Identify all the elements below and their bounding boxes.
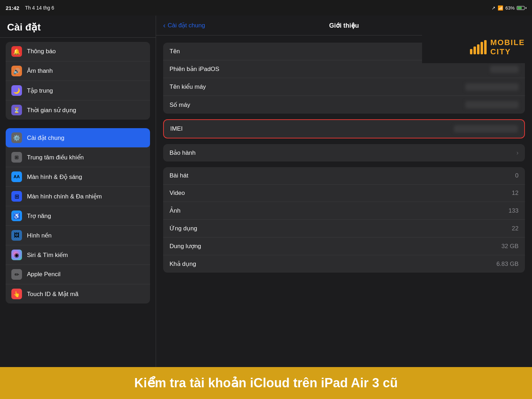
sidebar-main-section: ⚙️ Cài đặt chung ⊞ Trung tâm điều khiển … [6, 128, 150, 304]
battery-percent: 63% [505, 5, 515, 11]
status-date: Th 4 14 thg 6 [25, 5, 54, 11]
back-button[interactable]: ‹ Cài đặt chung [163, 21, 205, 29]
hinh-nen-icon: 🖼 [11, 230, 22, 241]
logo-mobile-text: MOBILE [490, 38, 525, 47]
sidebar-label-apple-pencil: Apple Pencil [27, 271, 61, 278]
logo-city-text: CITY [490, 47, 511, 56]
ten-kieu-may-value [465, 83, 519, 91]
apple-pencil-icon: ✏ [11, 269, 22, 280]
sidebar-label-thong-bao: Thông báo [27, 48, 56, 55]
touch-id-icon: 👆 [11, 289, 22, 299]
anh-value: 133 [509, 207, 519, 214]
imei-label: IMEI [170, 125, 183, 132]
sidebar-item-thoi-gian[interactable]: ⏳ Thời gian sử dụng [6, 100, 150, 120]
sidebar-item-apple-pencil[interactable]: ✏ Apple Pencil [6, 265, 150, 284]
ung-dung-label: Ứng dụng [170, 225, 197, 232]
cai-dat-chung-icon: ⚙️ [11, 132, 22, 143]
warranty-section: Bảo hành › [163, 144, 525, 162]
logo-bars-icon [470, 40, 487, 54]
arrow-icon: ↗ [492, 5, 495, 11]
sidebar-item-siri[interactable]: ◉ Siri & Tìm kiếm [6, 245, 150, 265]
battery-icon [517, 6, 526, 10]
imei-section: IMEI [163, 119, 525, 138]
man-hinh-chinh-icon: ⊞ [11, 191, 22, 202]
chevron-right-icon: › [516, 149, 519, 157]
sidebar-item-tap-trung[interactable]: 🌙 Tập trung [6, 81, 150, 100]
so-may-value [465, 101, 519, 108]
info-row-ten-kieu-may: Tên kiểu máy [163, 78, 525, 96]
tap-trung-icon: 🌙 [11, 85, 22, 96]
stat-row-ung-dung: Ứng dụng 22 [163, 220, 525, 237]
anh-label: Ảnh [170, 207, 181, 214]
sidebar-label-am-thanh: Âm thanh [27, 67, 53, 75]
thong-bao-icon: 🔔 [11, 46, 22, 57]
video-value: 12 [512, 190, 519, 197]
chevron-left-icon: ‹ [163, 21, 166, 29]
logo-container: MOBILE CITY [470, 38, 525, 56]
sidebar-item-touch-id[interactable]: 👆 Touch ID & Mật mã [6, 284, 150, 304]
sidebar-label-hinh-nen: Hình nền [27, 232, 52, 239]
sidebar-label-thoi-gian: Thời gian sử dụng [27, 106, 76, 114]
main-layout: Cài đặt 🔔 Thông báo 🔊 Âm thanh 🌙 Tập tru… [0, 16, 532, 399]
man-hinh-icon: AA [11, 171, 22, 182]
sidebar-label-cai-dat-chung: Cài đặt chung [27, 134, 64, 142]
tro-nang-icon: ♿ [11, 211, 22, 221]
bai-hat-value: 0 [515, 172, 519, 179]
ten-kieu-may-label: Tên kiểu máy [170, 83, 206, 91]
stats-section: Bài hát 0 Video 12 Ảnh 133 Ứng dụng 22 D… [163, 167, 525, 273]
phien-ban-label: Phiên bản iPadOS [170, 65, 219, 73]
stat-row-anh: Ảnh 133 [163, 202, 525, 220]
sidebar-label-man-hinh-chinh: Màn hình chính & Đa nhiệm [27, 193, 102, 200]
warranty-label: Bảo hành [170, 149, 195, 157]
stat-row-video: Video 12 [163, 185, 525, 202]
sidebar-item-tro-nang[interactable]: ♿ Trợ năng [6, 206, 150, 226]
page-title: Giới thiệu [329, 22, 359, 29]
kha-dung-label: Khả dụng [170, 260, 196, 268]
sidebar-label-siri: Siri & Tìm kiếm [27, 251, 68, 259]
sidebar-label-tro-nang: Trợ năng [27, 212, 51, 220]
content-area: Tên Phiên bản iPadOS Tên kiểu máy Số máy [156, 35, 532, 399]
back-label: Cài đặt chung [168, 22, 205, 29]
dung-luong-value: 32 GB [501, 243, 519, 250]
stat-row-kha-dung: Khả dụng 6.83 GB [163, 255, 525, 273]
sidebar-title: Cài đặt [0, 16, 156, 38]
sidebar-item-hinh-nen[interactable]: 🖼 Hình nền [6, 226, 150, 245]
ten-label: Tên [170, 48, 180, 55]
bottom-banner: Kiểm tra tài khoản iCloud trên iPad Air … [0, 367, 532, 399]
dung-luong-label: Dung lượng [170, 242, 201, 250]
sidebar-item-cai-dat-chung[interactable]: ⚙️ Cài đặt chung [6, 128, 150, 148]
status-icons: ↗ 📶 63% [492, 5, 526, 11]
siri-icon: ◉ [11, 250, 22, 260]
phien-ban-value [490, 66, 519, 73]
logo-area: MOBILE CITY [422, 31, 532, 63]
info-row-so-may: Số máy [163, 96, 525, 114]
status-bar: 21:42 Th 4 14 thg 6 ↗ 📶 63% [0, 0, 532, 16]
trung-tam-icon: ⊞ [11, 152, 22, 163]
thoi-gian-icon: ⏳ [11, 105, 22, 115]
kha-dung-value: 6.83 GB [497, 261, 519, 268]
sidebar-item-man-hinh-chinh[interactable]: ⊞ Màn hình chính & Đa nhiệm [6, 187, 150, 206]
stat-row-dung-luong: Dung lượng 32 GB [163, 237, 525, 255]
sidebar-label-tap-trung: Tập trung [27, 87, 53, 94]
logo-text: MOBILE CITY [490, 38, 525, 56]
warranty-row[interactable]: Bảo hành › [163, 144, 525, 162]
sidebar-item-thong-bao[interactable]: 🔔 Thông báo [6, 42, 150, 61]
sidebar: Cài đặt 🔔 Thông báo 🔊 Âm thanh 🌙 Tập tru… [0, 16, 156, 399]
status-time: 21:42 [6, 5, 19, 11]
sidebar-item-man-hinh[interactable]: AA Màn hình & Độ sáng [6, 167, 150, 187]
ung-dung-value: 22 [512, 225, 519, 232]
imei-value [454, 125, 518, 132]
stat-row-bai-hat: Bài hát 0 [163, 167, 525, 185]
info-row-imei: IMEI [164, 120, 524, 138]
sidebar-item-am-thanh[interactable]: 🔊 Âm thanh [6, 61, 150, 81]
am-thanh-icon: 🔊 [11, 66, 22, 76]
sidebar-item-trung-tam[interactable]: ⊞ Trung tâm điều khiển [6, 148, 150, 167]
sidebar-label-touch-id: Touch ID & Mật mã [27, 290, 78, 298]
sidebar-label-man-hinh: Màn hình & Độ sáng [27, 173, 82, 181]
right-panel: ‹ Cài đặt chung Giới thiệu MOBILE CITY [156, 16, 532, 399]
banner-text: Kiểm tra tài khoản iCloud trên iPad Air … [134, 376, 398, 390]
sidebar-label-trung-tam: Trung tâm điều khiển [27, 154, 84, 161]
sidebar-top-section: 🔔 Thông báo 🔊 Âm thanh 🌙 Tập trung ⏳ Thờ… [6, 42, 150, 120]
video-label: Video [170, 190, 185, 197]
so-may-label: Số máy [170, 101, 190, 109]
